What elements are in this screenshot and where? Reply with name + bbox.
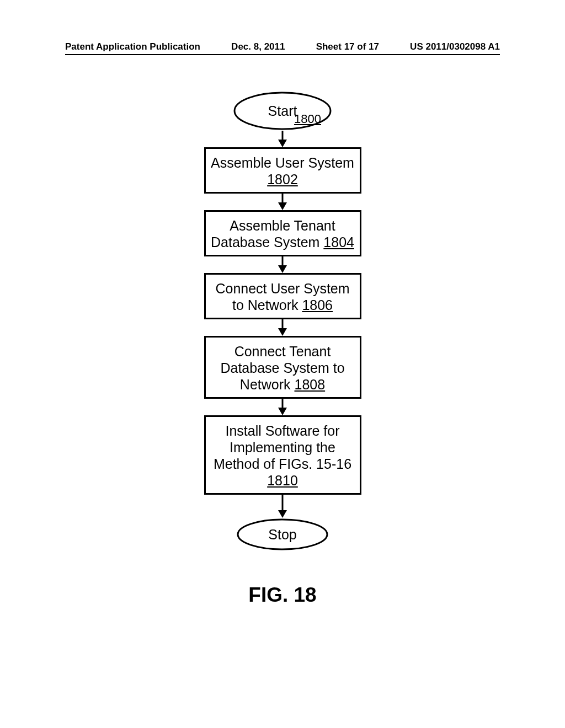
process-text: Assemble Tenant Database System: [211, 218, 335, 250]
svg-marker-8: [278, 328, 287, 336]
process-ref: 1810: [267, 473, 298, 488]
arrow-icon: [277, 194, 288, 210]
start-terminator: Start 1800: [233, 91, 332, 131]
process-install-software: Install Software for Implementing the Me…: [204, 415, 361, 495]
process-ref: 1802: [267, 172, 298, 187]
arrow-icon: [277, 399, 288, 415]
figure-label: FIG. 18: [0, 584, 565, 607]
arrow-icon: [277, 495, 288, 518]
svg-marker-2: [278, 140, 287, 147]
publication-date: Dec. 8, 2011: [231, 41, 285, 52]
arrow-icon: [277, 319, 288, 336]
arrow-icon: [277, 256, 288, 273]
svg-marker-6: [278, 265, 287, 273]
svg-marker-4: [278, 202, 287, 210]
process-connect-user-network: Connect User System to Network 1806: [204, 273, 361, 319]
publication-number: US 2011/0302098 A1: [410, 41, 500, 52]
process-connect-tenant-network: Connect Tenant Database System to Networ…: [204, 336, 361, 399]
start-ref: 1800: [294, 112, 321, 126]
svg-marker-10: [278, 408, 287, 415]
arrow-icon: [277, 131, 288, 147]
svg-marker-12: [278, 510, 287, 518]
process-text: Assemble User System: [211, 155, 354, 170]
patent-page: Patent Application Publication Dec. 8, 2…: [0, 0, 565, 728]
stop-label: Stop: [268, 527, 296, 543]
start-label: Start: [268, 103, 297, 119]
process-assemble-tenant-db: Assemble Tenant Database System 1804: [204, 210, 361, 256]
process-ref: 1808: [295, 377, 326, 392]
process-text: Install Software for Implementing the Me…: [214, 423, 351, 472]
process-text: Connect Tenant Database System to Networ…: [220, 344, 344, 392]
sheet-number: Sheet 17 of 17: [316, 41, 379, 52]
publication-type: Patent Application Publication: [65, 41, 200, 52]
process-ref: 1804: [323, 234, 354, 250]
flowchart: Start 1800 Assemble User System 1802 Ass…: [0, 91, 565, 551]
process-ref: 1806: [302, 297, 333, 313]
header-rule: [65, 54, 500, 55]
process-assemble-user-system: Assemble User System 1802: [204, 147, 361, 194]
stop-terminator: Stop: [236, 518, 329, 551]
page-header: Patent Application Publication Dec. 8, 2…: [65, 41, 500, 52]
